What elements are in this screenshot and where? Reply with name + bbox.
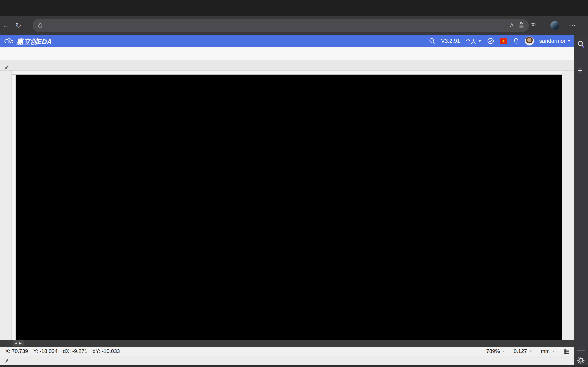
zoom-level-dropdown[interactable]: 789%˅ xyxy=(482,347,509,356)
eda-logo-text: 嘉立创EDA xyxy=(16,36,52,46)
sidebar-settings-gear-icon[interactable] xyxy=(577,356,585,365)
coord-dy: dY: -10.033 xyxy=(93,348,120,354)
pin-icon[interactable] xyxy=(4,358,9,364)
layer-scroll-arrows[interactable]: ◀▶ xyxy=(13,341,24,346)
ruler-vertical xyxy=(12,75,16,340)
sidebar-handle[interactable] xyxy=(577,350,585,350)
window-bottom-edge xyxy=(0,365,588,367)
browser-tab-bar xyxy=(0,0,588,16)
address-bar[interactable]: A ☆ xyxy=(33,19,529,32)
extensions-icon[interactable] xyxy=(518,22,524,29)
collections-icon[interactable] xyxy=(530,22,536,29)
refresh-button[interactable]: ↻ xyxy=(12,21,25,30)
back-button[interactable]: ← xyxy=(0,22,12,30)
grid-size-dropdown[interactable]: 0.127˅ xyxy=(509,347,536,356)
browser-more-menu[interactable]: ⋯ xyxy=(569,21,576,29)
plan-dropdown[interactable]: 个人▼ xyxy=(465,37,482,45)
eda-logo[interactable]: 嘉立创EDA xyxy=(4,36,52,46)
pin-icon[interactable] xyxy=(3,64,9,70)
ruler-horizontal xyxy=(12,71,562,75)
sidebar-add-icon[interactable]: + xyxy=(577,65,583,75)
search-icon[interactable] xyxy=(429,38,436,44)
version-label: V3.2.91 xyxy=(441,38,460,44)
status-bar: X: 70.739 Y: -18.034 dX: -9.271 dY: -10.… xyxy=(0,347,574,356)
grid-toggle-icon[interactable] xyxy=(559,347,574,356)
user-avatar[interactable] xyxy=(525,36,534,45)
eda-menu-bar: 嘉立创EDA V3.2.91 个人▼ ★ sandarmor▼ xyxy=(0,35,588,47)
china-flag-icon[interactable]: ★ xyxy=(500,38,507,44)
notification-bell-icon[interactable] xyxy=(513,38,520,44)
editor-toolbar xyxy=(0,47,574,60)
username-dropdown[interactable]: sandarmor▼ xyxy=(539,38,571,44)
edge-sidebar: + xyxy=(574,35,588,367)
unit-dropdown[interactable]: mm˅ xyxy=(536,347,559,356)
pcb-canvas[interactable] xyxy=(16,75,562,340)
coord-y: Y: -18.034 xyxy=(33,348,58,354)
layer-bar: ◀▶ xyxy=(0,340,574,347)
left-panel-strip xyxy=(0,71,12,340)
browser-url-bar: ← ↻ A ☆ ⋯ xyxy=(0,16,588,35)
lock-icon xyxy=(38,22,43,29)
bottom-panel-tabs xyxy=(0,356,574,365)
document-tab-bar xyxy=(0,60,574,71)
right-panel-strip xyxy=(562,71,574,340)
cloud-logo-icon xyxy=(4,37,15,45)
browser-profile-avatar[interactable] xyxy=(550,21,559,30)
sidebar-search-icon[interactable] xyxy=(577,40,585,48)
coord-x: X: 70.739 xyxy=(5,348,28,354)
coord-dx: dX: -9.271 xyxy=(63,348,87,354)
cloud-sync-icon[interactable] xyxy=(487,37,494,45)
